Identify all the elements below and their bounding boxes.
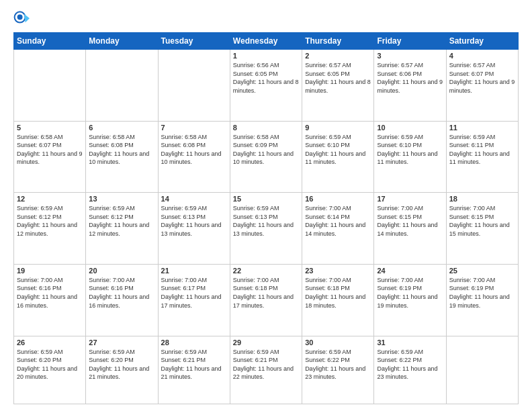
day-info: Sunrise: 6:59 AM Sunset: 6:20 PM Dayligh… [89, 348, 154, 381]
calendar-cell: 6Sunrise: 6:58 AM Sunset: 6:08 PM Daylig… [86, 121, 158, 193]
day-number: 15 [233, 195, 299, 203]
day-info: Sunrise: 6:58 AM Sunset: 6:09 PM Dayligh… [233, 133, 299, 167]
day-number: 8 [233, 124, 299, 132]
day-number: 12 [17, 195, 83, 203]
day-number: 21 [161, 267, 227, 275]
page: SundayMondayTuesdayWednesdayThursdayFrid… [0, 0, 532, 411]
logo [13, 11, 32, 27]
day-info: Sunrise: 7:00 AM Sunset: 6:15 PM Dayligh… [449, 204, 515, 238]
svg-point-1 [17, 15, 23, 20]
day-number: 13 [89, 195, 154, 203]
day-number: 19 [17, 267, 83, 275]
weekday-header: Saturday [446, 33, 518, 50]
header [13, 11, 519, 27]
calendar-cell: 7Sunrise: 6:58 AM Sunset: 6:08 PM Daylig… [158, 121, 230, 193]
day-number: 3 [377, 52, 443, 60]
calendar-cell [446, 336, 518, 404]
weekday-header: Tuesday [158, 33, 230, 50]
weekday-header: Monday [86, 33, 158, 50]
day-number: 27 [89, 338, 154, 347]
day-info: Sunrise: 6:57 AM Sunset: 6:05 PM Dayligh… [305, 61, 371, 95]
day-number: 25 [449, 267, 515, 275]
day-info: Sunrise: 6:59 AM Sunset: 6:12 PM Dayligh… [17, 204, 83, 238]
calendar-cell [86, 50, 158, 122]
day-info: Sunrise: 7:00 AM Sunset: 6:18 PM Dayligh… [305, 276, 371, 310]
calendar-cell: 2Sunrise: 6:57 AM Sunset: 6:05 PM Daylig… [302, 50, 374, 122]
weekday-header: Wednesday [230, 33, 302, 50]
day-number: 18 [449, 195, 515, 203]
calendar-cell: 16Sunrise: 7:00 AM Sunset: 6:14 PM Dayli… [302, 193, 374, 265]
day-info: Sunrise: 6:59 AM Sunset: 6:21 PM Dayligh… [233, 348, 299, 381]
day-info: Sunrise: 6:59 AM Sunset: 6:13 PM Dayligh… [161, 204, 227, 238]
calendar-cell: 3Sunrise: 6:57 AM Sunset: 6:06 PM Daylig… [374, 50, 446, 122]
svg-marker-2 [24, 14, 30, 23]
calendar-cell: 29Sunrise: 6:59 AM Sunset: 6:21 PM Dayli… [230, 336, 302, 404]
day-number: 17 [377, 195, 443, 203]
day-info: Sunrise: 6:59 AM Sunset: 6:12 PM Dayligh… [89, 204, 154, 238]
day-number: 30 [305, 338, 371, 347]
day-info: Sunrise: 6:59 AM Sunset: 6:22 PM Dayligh… [305, 348, 371, 381]
day-number: 29 [233, 338, 299, 347]
calendar-cell: 31Sunrise: 6:59 AM Sunset: 6:22 PM Dayli… [374, 336, 446, 404]
day-number: 22 [233, 267, 299, 275]
day-info: Sunrise: 6:59 AM Sunset: 6:20 PM Dayligh… [17, 348, 83, 381]
day-info: Sunrise: 6:59 AM Sunset: 6:13 PM Dayligh… [233, 204, 299, 238]
logo-icon [13, 11, 30, 27]
day-info: Sunrise: 6:58 AM Sunset: 6:08 PM Dayligh… [161, 133, 227, 167]
day-info: Sunrise: 6:58 AM Sunset: 6:07 PM Dayligh… [17, 133, 83, 167]
calendar-cell: 4Sunrise: 6:57 AM Sunset: 6:07 PM Daylig… [446, 50, 518, 122]
day-info: Sunrise: 6:58 AM Sunset: 6:08 PM Dayligh… [89, 133, 154, 167]
day-info: Sunrise: 6:57 AM Sunset: 6:06 PM Dayligh… [377, 61, 443, 95]
day-number: 10 [377, 124, 443, 132]
day-number: 24 [377, 267, 443, 275]
day-number: 16 [305, 195, 371, 203]
calendar-cell: 12Sunrise: 6:59 AM Sunset: 6:12 PM Dayli… [14, 193, 86, 265]
calendar-cell [14, 50, 86, 122]
calendar-cell: 17Sunrise: 7:00 AM Sunset: 6:15 PM Dayli… [374, 193, 446, 265]
day-info: Sunrise: 6:59 AM Sunset: 6:22 PM Dayligh… [377, 348, 443, 381]
day-number: 7 [161, 124, 227, 132]
calendar-table: SundayMondayTuesdayWednesdayThursdayFrid… [13, 32, 519, 404]
day-number: 9 [305, 124, 371, 132]
day-number: 26 [17, 338, 83, 347]
calendar-cell: 21Sunrise: 7:00 AM Sunset: 6:17 PM Dayli… [158, 264, 230, 336]
calendar-cell: 30Sunrise: 6:59 AM Sunset: 6:22 PM Dayli… [302, 336, 374, 404]
day-info: Sunrise: 6:59 AM Sunset: 6:10 PM Dayligh… [377, 133, 443, 167]
day-number: 5 [17, 124, 83, 132]
weekday-header: Sunday [14, 33, 86, 50]
day-info: Sunrise: 6:57 AM Sunset: 6:07 PM Dayligh… [449, 61, 515, 95]
calendar-cell: 28Sunrise: 6:59 AM Sunset: 6:21 PM Dayli… [158, 336, 230, 404]
calendar-cell: 23Sunrise: 7:00 AM Sunset: 6:18 PM Dayli… [302, 264, 374, 336]
weekday-header: Friday [374, 33, 446, 50]
day-info: Sunrise: 6:59 AM Sunset: 6:21 PM Dayligh… [161, 348, 227, 381]
calendar-cell: 10Sunrise: 6:59 AM Sunset: 6:10 PM Dayli… [374, 121, 446, 193]
day-info: Sunrise: 7:00 AM Sunset: 6:16 PM Dayligh… [17, 276, 83, 310]
day-info: Sunrise: 7:00 AM Sunset: 6:17 PM Dayligh… [161, 276, 227, 310]
day-info: Sunrise: 6:56 AM Sunset: 6:05 PM Dayligh… [233, 61, 299, 95]
day-number: 4 [449, 52, 515, 60]
calendar-cell: 5Sunrise: 6:58 AM Sunset: 6:07 PM Daylig… [14, 121, 86, 193]
day-info: Sunrise: 7:00 AM Sunset: 6:15 PM Dayligh… [377, 204, 443, 238]
day-number: 23 [305, 267, 371, 275]
weekday-header: Thursday [302, 33, 374, 50]
calendar-cell: 9Sunrise: 6:59 AM Sunset: 6:10 PM Daylig… [302, 121, 374, 193]
calendar-cell: 8Sunrise: 6:58 AM Sunset: 6:09 PM Daylig… [230, 121, 302, 193]
calendar-cell: 26Sunrise: 6:59 AM Sunset: 6:20 PM Dayli… [14, 336, 86, 404]
day-info: Sunrise: 7:00 AM Sunset: 6:18 PM Dayligh… [233, 276, 299, 310]
calendar-cell: 27Sunrise: 6:59 AM Sunset: 6:20 PM Dayli… [86, 336, 158, 404]
day-info: Sunrise: 6:59 AM Sunset: 6:10 PM Dayligh… [305, 133, 371, 167]
day-info: Sunrise: 6:59 AM Sunset: 6:11 PM Dayligh… [449, 133, 515, 167]
calendar-cell: 19Sunrise: 7:00 AM Sunset: 6:16 PM Dayli… [14, 264, 86, 336]
day-number: 6 [89, 124, 154, 132]
day-number: 2 [305, 52, 371, 60]
day-info: Sunrise: 7:00 AM Sunset: 6:16 PM Dayligh… [89, 276, 154, 310]
calendar-cell [158, 50, 230, 122]
day-number: 20 [89, 267, 154, 275]
day-info: Sunrise: 7:00 AM Sunset: 6:14 PM Dayligh… [305, 204, 371, 238]
calendar-cell: 14Sunrise: 6:59 AM Sunset: 6:13 PM Dayli… [158, 193, 230, 265]
calendar-cell: 13Sunrise: 6:59 AM Sunset: 6:12 PM Dayli… [86, 193, 158, 265]
calendar-cell: 20Sunrise: 7:00 AM Sunset: 6:16 PM Dayli… [86, 264, 158, 336]
calendar-cell: 18Sunrise: 7:00 AM Sunset: 6:15 PM Dayli… [446, 193, 518, 265]
day-info: Sunrise: 7:00 AM Sunset: 6:19 PM Dayligh… [377, 276, 443, 310]
calendar-cell: 22Sunrise: 7:00 AM Sunset: 6:18 PM Dayli… [230, 264, 302, 336]
